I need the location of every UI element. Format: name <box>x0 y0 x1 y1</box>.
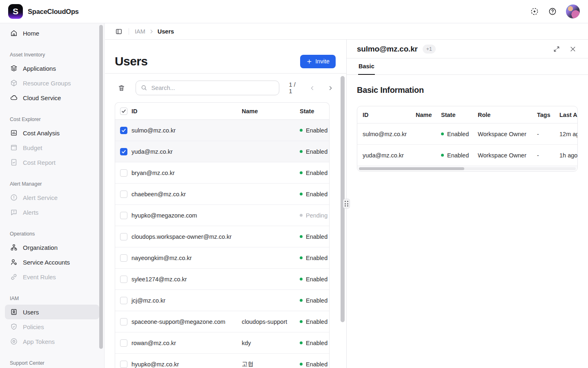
row-checkbox[interactable] <box>120 318 127 325</box>
table-row[interactable]: hyupko@megazone.com Pending <box>115 205 329 226</box>
basic-information-table: ID Name State Role Tags Last Activity su… <box>357 106 578 172</box>
column-header-last-activity: Last Activity <box>559 112 577 118</box>
row-checkbox[interactable] <box>120 361 127 368</box>
brand: S SpaceCloudOps <box>8 4 79 19</box>
alert-circle-icon <box>10 193 18 202</box>
row-checkbox[interactable] <box>120 127 127 134</box>
top-bar: S SpaceCloudOps <box>0 0 588 23</box>
sidebar-item-label: Alert Service <box>23 194 58 201</box>
sidebar-item-policies[interactable]: Policies <box>5 319 99 334</box>
cell-user-state: Enabled <box>300 148 329 155</box>
table-row[interactable]: sulmo@mz.co.kr Enabled <box>115 120 329 141</box>
sidebar-item-home[interactable]: Home <box>5 26 99 40</box>
pagination-info: 1 / 1 <box>289 81 300 94</box>
cell-user-state: Enabled <box>300 340 329 346</box>
sidebar-item-label: Policies <box>23 323 44 330</box>
table-row[interactable]: hyupko@mz.co.kr 고협 Enabled <box>115 354 329 368</box>
layers-icon <box>10 64 18 72</box>
sidebar-item-label: Home <box>23 30 39 37</box>
message-alert-icon <box>10 208 18 216</box>
sidebar-item-app-tokens[interactable]: App Tokens <box>5 334 99 349</box>
scrollbar-thumb[interactable] <box>359 167 464 170</box>
row-checkbox[interactable] <box>120 148 127 155</box>
delete-button[interactable] <box>115 81 128 95</box>
sidebar-item-cost-report[interactable]: Cost Report <box>5 155 99 170</box>
row-checkbox[interactable] <box>120 297 127 304</box>
breadcrumb-section[interactable]: IAM <box>135 28 145 35</box>
sidebar-item-users[interactable]: Users <box>5 305 99 319</box>
state-dot <box>300 363 303 366</box>
grip-dots-icon <box>345 201 348 206</box>
cell-user-state: Enabled <box>300 297 329 304</box>
table-row[interactable]: cloudops.workspace-owner@mz.co.kr Enable… <box>115 226 329 247</box>
sidebar-item-label: Service Accounts <box>23 259 70 266</box>
help-icon[interactable] <box>548 7 557 16</box>
sidebar-scrollbar[interactable] <box>99 25 103 349</box>
sidebar-item-alert-service[interactable]: Alert Service <box>5 190 99 205</box>
table-row[interactable]: nayeongkim@mz.co.kr Enabled <box>115 247 329 269</box>
sidebar-item-budget[interactable]: Budget <box>5 140 99 155</box>
tab-basic[interactable]: Basic <box>358 58 375 75</box>
cloud-icon <box>10 94 18 102</box>
row-checkbox[interactable] <box>120 276 127 283</box>
panel-tabs: Basic <box>347 58 588 75</box>
page-title: Users <box>115 54 147 68</box>
sidebar-item-cost-analysis[interactable]: Cost Analysis <box>5 126 99 140</box>
table-toolbar: 1 / 1 <box>105 74 346 95</box>
sparkle-circle-icon[interactable] <box>530 7 539 16</box>
sidebar-item-label: Cost Report <box>23 159 56 166</box>
user-detail-panel: sulmo@mz.co.kr +1 Basic Basic Informatio… <box>347 40 588 368</box>
panel-title: sulmo@mz.co.kr <box>357 45 418 54</box>
search-input[interactable] <box>136 81 279 95</box>
prev-page-button[interactable] <box>307 82 318 94</box>
table-row[interactable]: jcj@mz.co.kr Enabled <box>115 290 329 311</box>
table-row[interactable]: yuda@mz.co.kr Enabled <box>115 141 329 162</box>
state-dot <box>441 154 444 157</box>
table-row[interactable]: spaceone-support@megazone.com cloudops-s… <box>115 311 329 332</box>
sidebar-item-organization[interactable]: Organization <box>5 240 99 255</box>
app-logo: S <box>8 4 23 19</box>
expand-icon[interactable] <box>553 45 560 53</box>
select-all-checkbox[interactable] <box>120 108 127 115</box>
user-avatar[interactable] <box>566 4 580 18</box>
sidebar-item-applications[interactable]: Applications <box>5 61 99 76</box>
sidebar-section-support-center: Support Center <box>10 360 94 366</box>
row-checkbox[interactable] <box>120 169 127 177</box>
cell-user-id: chaebeen@mz.co.kr <box>131 191 242 197</box>
column-header-role: Role <box>478 112 537 118</box>
column-header-name[interactable]: Name <box>242 108 300 114</box>
row-checkbox[interactable] <box>120 191 127 198</box>
row-checkbox[interactable] <box>120 212 127 219</box>
close-icon[interactable] <box>569 45 577 53</box>
table-row[interactable]: rowan@mz.co.kr kdy Enabled <box>115 332 329 354</box>
cell-user-state: Enabled <box>300 319 329 325</box>
sidebar-item-cloud-service[interactable]: Cloud Service <box>5 90 99 105</box>
row-checkbox[interactable] <box>120 233 127 240</box>
sidebar-item-event-rules[interactable]: Event Rules <box>5 269 99 284</box>
column-header-state[interactable]: State <box>300 108 329 114</box>
column-header-state: State <box>441 112 478 118</box>
cell-user-id: sulmo@mz.co.kr <box>363 131 416 137</box>
breadcrumb-bar: IAM Users <box>105 23 588 40</box>
sidebar-item-service-accounts[interactable]: Service Accounts <box>5 255 99 269</box>
panel-toggle-icon[interactable] <box>115 27 123 36</box>
sidebar-item-resource-groups[interactable]: Resource Groups <box>5 76 99 90</box>
sidebar-item-label: Cloud Service <box>23 94 61 101</box>
next-page-button[interactable] <box>325 82 336 94</box>
invite-button[interactable]: Invite <box>300 55 336 68</box>
panel-resize-handle[interactable] <box>343 199 350 209</box>
row-checkbox[interactable] <box>120 339 127 347</box>
row-checkbox[interactable] <box>120 254 127 262</box>
id-card-icon <box>10 308 18 316</box>
cell-user-id: yuda@mz.co.kr <box>131 148 242 155</box>
state-dot <box>300 235 303 238</box>
table-row[interactable]: chaebeen@mz.co.kr Enabled <box>115 184 329 205</box>
cell-user-id: cloudops.workspace-owner@mz.co.kr <box>131 233 242 240</box>
sidebar-item-alerts[interactable]: Alerts <box>5 205 99 220</box>
state-dot <box>300 171 303 174</box>
column-header-id[interactable]: ID <box>131 108 242 114</box>
table-row[interactable]: sylee1274@mz.co.kr Enabled <box>115 269 329 290</box>
cell-user-state: Enabled <box>300 127 329 134</box>
table-row[interactable]: bryan@mz.co.kr Enabled <box>115 162 329 184</box>
sidebar-item-label: Resource Groups <box>23 80 71 87</box>
